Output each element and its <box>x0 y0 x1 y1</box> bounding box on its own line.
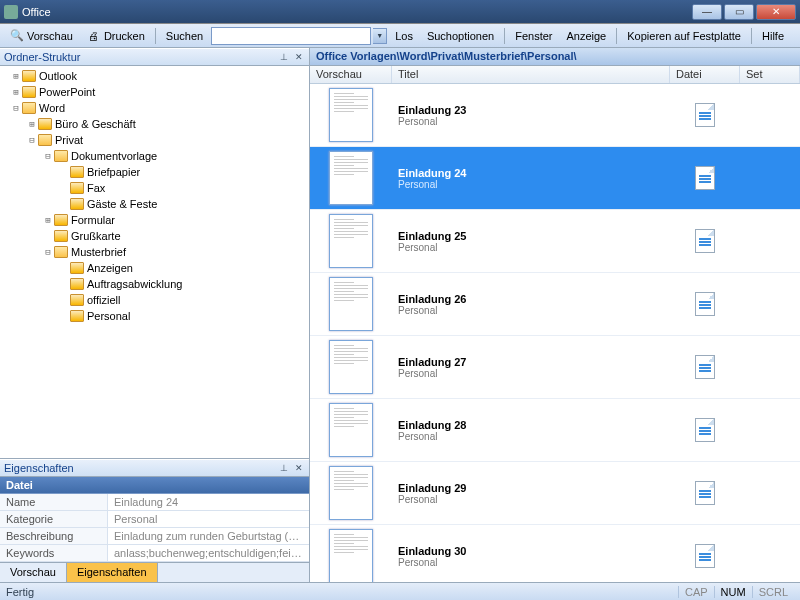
property-row[interactable]: KategoriePersonal <box>0 511 309 528</box>
item-category: Personal <box>398 179 664 190</box>
item-category: Personal <box>398 368 664 379</box>
item-title: Einladung 23 <box>398 104 664 116</box>
list-item[interactable]: Einladung 24Personal <box>310 147 800 210</box>
print-icon: 🖨 <box>87 29 101 43</box>
tab-eigenschaften[interactable]: Eigenschaften <box>67 563 158 582</box>
document-icon <box>695 355 715 379</box>
vorschau-button[interactable]: 🔍 Vorschau <box>4 27 79 45</box>
statusbar: Fertig CAP NUM SCRL <box>0 582 800 600</box>
tree-label: Privat <box>55 134 83 146</box>
maximize-button[interactable]: ▭ <box>724 4 754 20</box>
folder-icon <box>70 166 84 178</box>
status-cap: CAP <box>678 586 714 598</box>
tree-node[interactable]: ⊟Musterbrief <box>2 244 307 260</box>
folder-icon <box>38 134 52 146</box>
template-list[interactable]: Einladung 23PersonalEinladung 24Personal… <box>310 84 800 582</box>
col-set[interactable]: Set <box>740 66 800 83</box>
tree-node[interactable]: ⊞Outlook <box>2 68 307 84</box>
tree-label: offiziell <box>87 294 120 306</box>
document-icon <box>695 103 715 127</box>
suchoptionen-button[interactable]: Suchoptionen <box>421 28 500 44</box>
col-datei[interactable]: Datei <box>670 66 740 83</box>
tree-node[interactable]: Auftragsabwicklung <box>2 276 307 292</box>
tree-label: Word <box>39 102 65 114</box>
thumbnail <box>329 88 373 142</box>
search-dropdown-button[interactable]: ▼ <box>373 28 387 44</box>
drucken-button[interactable]: 🖨 Drucken <box>81 27 151 45</box>
pin-icon[interactable]: ⊥ <box>278 462 290 474</box>
expand-icon[interactable]: ⊟ <box>42 247 54 257</box>
thumbnail <box>329 277 373 331</box>
folder-icon <box>70 198 84 210</box>
expand-icon[interactable]: ⊞ <box>42 215 54 225</box>
tree-node[interactable]: Personal <box>2 308 307 324</box>
tree-label: Musterbrief <box>71 246 126 258</box>
list-item[interactable]: Einladung 30Personal <box>310 525 800 582</box>
kopieren-button[interactable]: Kopieren auf Festplatte <box>621 28 747 44</box>
hilfe-button[interactable]: Hilfe <box>756 28 790 44</box>
properties-header: Eigenschaften ⊥ ✕ <box>0 459 309 477</box>
property-value[interactable]: Personal <box>108 511 309 527</box>
expand-icon[interactable]: ⊞ <box>10 87 22 97</box>
search-input[interactable] <box>211 27 371 45</box>
item-category: Personal <box>398 494 664 505</box>
folder-icon <box>22 102 36 114</box>
list-item[interactable]: Einladung 28Personal <box>310 399 800 462</box>
tree-node[interactable]: ⊞Büro & Geschäft <box>2 116 307 132</box>
property-value[interactable]: anlass;buchenweg;entschuldigen;feier; <box>108 545 309 561</box>
document-icon <box>695 166 715 190</box>
expand-icon[interactable]: ⊟ <box>26 135 38 145</box>
pin-icon[interactable]: ⊥ <box>278 51 290 63</box>
close-icon[interactable]: ✕ <box>293 462 305 474</box>
expand-icon[interactable]: ⊞ <box>10 71 22 81</box>
properties-grid: NameEinladung 24KategoriePersonalBeschre… <box>0 494 309 562</box>
col-vorschau[interactable]: Vorschau <box>310 66 392 83</box>
anzeige-button[interactable]: Anzeige <box>560 28 612 44</box>
list-item[interactable]: Einladung 26Personal <box>310 273 800 336</box>
close-button[interactable]: ✕ <box>756 4 796 20</box>
tree-node[interactable]: ⊞Formular <box>2 212 307 228</box>
tree-node[interactable]: Fax <box>2 180 307 196</box>
tree-label: PowerPoint <box>39 86 95 98</box>
list-item[interactable]: Einladung 23Personal <box>310 84 800 147</box>
thumbnail <box>329 340 373 394</box>
document-icon <box>695 418 715 442</box>
property-row[interactable]: BeschreibungEinladung zum runden Geburts… <box>0 528 309 545</box>
tree-label: Büro & Geschäft <box>55 118 136 130</box>
tree-node[interactable]: ⊟Dokumentvorlage <box>2 148 307 164</box>
expand-icon[interactable]: ⊟ <box>42 151 54 161</box>
list-item[interactable]: Einladung 25Personal <box>310 210 800 273</box>
tab-vorschau[interactable]: Vorschau <box>0 563 67 582</box>
property-row[interactable]: NameEinladung 24 <box>0 494 309 511</box>
tree-label: Briefpapier <box>87 166 140 178</box>
titlebar[interactable]: Office — ▭ ✕ <box>0 0 800 24</box>
tree-node[interactable]: offiziell <box>2 292 307 308</box>
tree-node[interactable]: Gäste & Feste <box>2 196 307 212</box>
tree-node[interactable]: ⊞PowerPoint <box>2 84 307 100</box>
property-row[interactable]: Keywordsanlass;buchenweg;entschuldigen;f… <box>0 545 309 562</box>
property-value[interactable]: Einladung 24 <box>108 494 309 510</box>
los-button[interactable]: Los <box>389 28 419 44</box>
tree-node[interactable]: ⊟Word <box>2 100 307 116</box>
list-item[interactable]: Einladung 27Personal <box>310 336 800 399</box>
col-titel[interactable]: Titel <box>392 66 670 83</box>
tree-node[interactable]: Anzeigen <box>2 260 307 276</box>
folder-tree[interactable]: ⊞Outlook⊞PowerPoint⊟Word⊞Büro & Geschäft… <box>0 66 309 458</box>
list-item[interactable]: Einladung 29Personal <box>310 462 800 525</box>
app-window: Office — ▭ ✕ 🔍 Vorschau 🖨 Drucken Suchen… <box>0 0 800 600</box>
tree-node[interactable]: Grußkarte <box>2 228 307 244</box>
item-title: Einladung 27 <box>398 356 664 368</box>
tree-label: Fax <box>87 182 105 194</box>
tree-node[interactable]: ⊟Privat <box>2 132 307 148</box>
expand-icon[interactable]: ⊞ <box>26 119 38 129</box>
expand-icon[interactable]: ⊟ <box>10 103 22 113</box>
property-key: Keywords <box>0 545 108 561</box>
property-value[interactable]: Einladung zum runden Geburtstag (Run <box>108 528 309 544</box>
fenster-button[interactable]: Fenster <box>509 28 558 44</box>
properties-group-header[interactable]: Datei <box>0 477 309 494</box>
tree-node[interactable]: Briefpapier <box>2 164 307 180</box>
item-title: Einladung 25 <box>398 230 664 242</box>
minimize-button[interactable]: — <box>692 4 722 20</box>
close-icon[interactable]: ✕ <box>293 51 305 63</box>
tree-label: Grußkarte <box>71 230 121 242</box>
